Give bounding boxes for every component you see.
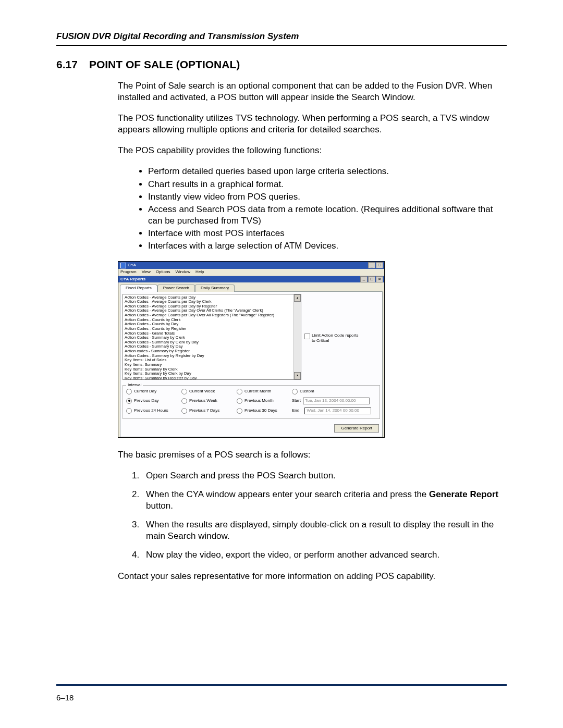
menu-item[interactable]: View [142, 269, 151, 275]
end-date-row: End Wed, Jan 14, 2004 00:00:00 [292, 408, 376, 414]
menu-item[interactable]: Help [195, 269, 204, 275]
paragraph: The basic premises of a POS search is a … [118, 449, 507, 461]
section-heading: 6.17 POINT OF SALE (OPTIONAL) [56, 58, 507, 71]
radio-label: Custom [300, 389, 314, 394]
radio-previous-24h[interactable]: Previous 24 Hours [126, 408, 178, 414]
paragraph: Contact your sales representative for mo… [118, 571, 507, 582]
radio-previous-month[interactable]: Previous Month [237, 398, 289, 404]
numbered-list: Open Search and press the POS Search but… [118, 470, 507, 561]
tab-panel: Action Codes - Average Counts per Day Ac… [120, 291, 383, 437]
listbox-items: Action Codes - Average Counts per Day Ac… [123, 294, 293, 379]
window-title: CYA [128, 263, 136, 268]
app-icon [120, 263, 126, 268]
bullet-list: Perform detailed queries based upon larg… [118, 166, 507, 252]
maximize-button[interactable]: □ [368, 276, 375, 282]
generate-report-button[interactable]: Generate Report [334, 424, 379, 433]
list-item[interactable]: Key Items: Summary by Register by Day [125, 376, 292, 379]
running-header: FUSION DVR Digital Recording and Transmi… [56, 31, 507, 42]
radio-custom[interactable]: Custom [292, 389, 376, 394]
step-text-bold: Generate Report [429, 489, 498, 499]
paragraph: The POS functionality utilizes TVS techn… [118, 113, 507, 135]
radio-label: Previous 30 Days [244, 408, 277, 413]
radio-previous-7d[interactable]: Previous 7 Days [181, 408, 234, 414]
limit-checkbox-row: Limit Action Code reports to Critical [304, 333, 359, 344]
tab-strip: Fixed Reports Power Search Daily Summary [118, 282, 384, 291]
radio-label: Previous 24 Hours [134, 408, 168, 413]
radio-label: Previous Week [189, 398, 217, 403]
bullet-item: Interface with most POS interfaces [148, 228, 507, 239]
radio-current-month[interactable]: Current Month [237, 389, 289, 394]
step-text: When the CYA window appears enter your s… [146, 489, 429, 499]
maximize-button[interactable]: □ [376, 262, 383, 268]
limit-checkbox[interactable] [304, 334, 310, 339]
radio-label: Previous 7 Days [189, 408, 219, 413]
end-date-input[interactable]: Wed, Jan 14, 2004 00:00:00 [304, 408, 371, 414]
radio-current-day[interactable]: Current Day [126, 389, 178, 394]
radio-label: Current Day [134, 389, 156, 394]
numbered-item: When the results are displayed, simply d… [142, 519, 507, 542]
reports-listbox[interactable]: Action Codes - Average Counts per Day Ac… [123, 294, 301, 380]
menu-item[interactable]: Program [120, 269, 137, 275]
interval-fieldset: Interval Current Day Current Week Curren… [123, 385, 380, 419]
scroll-up-icon[interactable]: ▴ [294, 294, 301, 302]
window-titlebar: CYA _ □ [118, 262, 384, 269]
paragraph: The Point of Sale search is an optional … [118, 80, 507, 103]
paragraph: The POS capability provides the followin… [118, 145, 507, 156]
child-window-titlebar: CYA Reports _ □ × [118, 276, 384, 282]
tab-power-search[interactable]: Power Search [157, 285, 195, 291]
menu-item[interactable]: Options [156, 269, 170, 275]
header-rule [56, 45, 507, 46]
radio-label: Previous Month [244, 398, 274, 403]
child-window-title: CYA Reports [120, 277, 145, 281]
minimize-button[interactable]: _ [368, 262, 375, 268]
close-button[interactable]: × [376, 276, 383, 282]
bullet-item: Instantly view video from POS queries. [148, 191, 507, 203]
bullet-item: Chart results in a graphical format. [148, 179, 507, 190]
embedded-screenshot: CYA _ □ Program View Options Window Help… [118, 261, 385, 438]
bullet-item: Perform detailed queries based upon larg… [148, 166, 507, 177]
menu-item[interactable]: Window [175, 269, 190, 275]
tab-daily-summary[interactable]: Daily Summary [195, 285, 235, 291]
numbered-item: Open Search and press the POS Search but… [142, 470, 507, 482]
page-number: 6–18 [56, 693, 507, 702]
step-text: button. [146, 501, 173, 511]
footer-rule [56, 684, 507, 686]
limit-checkbox-label: Limit Action Code reports to Critical [312, 333, 359, 344]
scroll-down-icon[interactable]: ▾ [294, 372, 301, 379]
interval-legend: Interval [126, 382, 143, 388]
numbered-item: When the CYA window appears enter your s… [142, 489, 507, 512]
radio-current-week[interactable]: Current Week [181, 389, 234, 394]
start-date-input[interactable]: Tue, Jan 13, 2004 00:00:00 [303, 398, 370, 404]
bullet-item: Interfaces with a large selection of ATM… [148, 240, 507, 252]
end-date-label: End [292, 408, 299, 413]
minimize-button[interactable]: _ [360, 276, 368, 282]
menu-bar: Program View Options Window Help [118, 269, 384, 276]
section-number: 6.17 [56, 58, 89, 71]
radio-previous-day[interactable]: Previous Day [126, 398, 178, 404]
scrollbar[interactable]: ▴ ▾ [293, 294, 301, 379]
bullet-item: Access and Search POS data from a remote… [148, 204, 507, 227]
start-date-label: Start [292, 398, 301, 403]
radio-previous-30d[interactable]: Previous 30 Days [237, 408, 289, 414]
radio-label: Current Month [244, 389, 271, 394]
radio-previous-week[interactable]: Previous Week [181, 398, 234, 404]
radio-label: Current Week [189, 389, 215, 394]
radio-label: Previous Day [134, 398, 159, 403]
section-title-text: POINT OF SALE (OPTIONAL) [89, 58, 240, 71]
numbered-item: Now play the video, export the video, or… [142, 549, 507, 561]
start-date-row: Start Tue, Jan 13, 2004 00:00:00 [292, 398, 376, 404]
tab-fixed-reports[interactable]: Fixed Reports [120, 285, 157, 291]
